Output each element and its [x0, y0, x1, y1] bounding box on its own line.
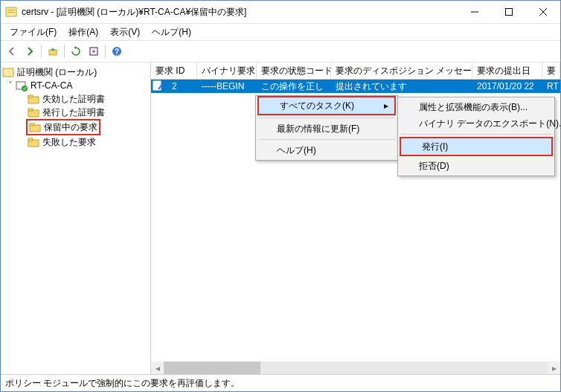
submenu-arrow-icon: ▸ [384, 100, 388, 111]
request-row[interactable]: 2 -----BEGIN この操作を正し 提出されています 2017/01/20… [151, 80, 560, 93]
tree-issued[interactable]: 発行した証明書 [2, 106, 149, 119]
tree-root[interactable]: 証明機関 (ローカル) [2, 65, 149, 79]
status-bar: ポリシー モジュールで強制的にこの要求を再評価します。 [1, 374, 560, 391]
export-button[interactable] [86, 43, 102, 60]
back-button[interactable] [4, 43, 20, 60]
col-bin[interactable]: バイナリ要求 [197, 62, 257, 79]
up-button[interactable] [45, 43, 61, 60]
tree-failed[interactable]: 失敗した要求 [2, 135, 149, 149]
col-status[interactable]: 要求の状態コード [257, 62, 331, 79]
tree-pending-label: 保留中の要求 [44, 121, 97, 134]
svg-rect-19 [30, 123, 34, 126]
menu-bar: ファイル(F) 操作(A) 表示(V) ヘルプ(H) [1, 23, 560, 40]
menu-file[interactable]: ファイル(F) [5, 25, 61, 40]
menu-action[interactable]: 操作(A) [64, 25, 103, 40]
svg-rect-2 [7, 12, 15, 13]
cell-disp: 提出されています [331, 80, 472, 93]
ctx-sep [401, 134, 551, 135]
context-submenu: 属性と拡張機能の表示(B)... バイナリ データのエクスポート(N)... 発… [397, 97, 555, 176]
tree-pane: 証明機関 (ローカル) ˅ RT-CA-CA 失効した証明書 発行した証明書 保… [1, 62, 151, 374]
ctx-refresh-label: 最新の情報に更新(F) [277, 123, 359, 135]
ctx-help[interactable]: ヘルプ(H) [256, 142, 397, 158]
tree-ca-label: RT-CA-CA [31, 80, 72, 91]
ctx-all-tasks-label: すべてのタスク(K) [280, 100, 354, 112]
ctx-issue[interactable]: 発行(I) [401, 138, 551, 155]
ctx-export-binary-label: バイナリ データのエクスポート(N)... [419, 118, 560, 130]
col-extra[interactable]: 要 [542, 62, 560, 79]
ctx-sep [259, 139, 394, 140]
tree-issued-label: 発行した証明書 [42, 106, 105, 119]
svg-rect-15 [28, 95, 33, 97]
tree-pending[interactable]: 保留中の要求 [26, 119, 100, 135]
scroll-left-icon[interactable]: ◂ [151, 363, 164, 373]
tree-failed-label: 失敗した要求 [42, 136, 96, 149]
maximize-button[interactable] [492, 1, 526, 23]
col-date[interactable]: 要求の提出日 [472, 62, 542, 79]
app-icon [5, 6, 17, 18]
ctx-deny[interactable]: 拒否(D) [398, 158, 554, 174]
row-icon [151, 80, 167, 93]
svg-rect-17 [28, 109, 33, 111]
minimize-button[interactable] [458, 1, 492, 23]
cell-date: 2017/01/20 22 [472, 81, 542, 91]
ctx-export-binary[interactable]: バイナリ データのエクスポート(N)... [398, 115, 554, 132]
refresh-button[interactable] [68, 43, 84, 60]
svg-text:?: ? [115, 48, 119, 56]
svg-rect-4 [506, 9, 513, 16]
menu-view[interactable]: 表示(V) [106, 25, 144, 40]
h-scrollbar[interactable]: ◂ ▸ [151, 362, 560, 374]
ctx-issue-label: 発行(I) [422, 141, 448, 153]
column-headers: 要求 ID バイナリ要求 要求の状態コード 要求のディスポジション メッセージ … [151, 62, 560, 80]
tree-revoked-label: 失効した証明書 [42, 93, 105, 106]
cell-id: 2 [167, 81, 197, 91]
svg-rect-7 [49, 50, 57, 55]
toolbar: ? [1, 40, 560, 62]
status-text: ポリシー モジュールで強制的にこの要求を再評価します。 [5, 377, 240, 390]
ctx-deny-label: 拒否(D) [419, 160, 449, 173]
svg-rect-1 [7, 10, 15, 10]
ctx-show-attrs-label: 属性と拡張機能の表示(B)... [419, 101, 528, 114]
svg-rect-11 [3, 68, 13, 77]
svg-point-13 [22, 86, 28, 91]
svg-rect-21 [28, 138, 33, 141]
window-title: certsrv - [証明機関 (ローカル)¥RT-CA-CA¥保留中の要求] [22, 6, 458, 19]
forward-button[interactable] [22, 43, 38, 60]
cell-extra: RT [542, 81, 560, 91]
context-menu: すべてのタスク(K) ▸ 最新の情報に更新(F) ヘルプ(H) [255, 95, 398, 161]
close-button[interactable] [526, 1, 560, 23]
list-pane: 要求 ID バイナリ要求 要求の状態コード 要求のディスポジション メッセージ … [151, 62, 560, 374]
help-button[interactable]: ? [109, 43, 125, 60]
col-disp[interactable]: 要求のディスポジション メッセージ [331, 62, 472, 79]
cell-status: この操作を正し [257, 80, 331, 93]
ctx-sep [259, 118, 394, 118]
ctx-refresh[interactable]: 最新の情報に更新(F) [256, 121, 397, 137]
tree-revoked[interactable]: 失効した証明書 [2, 92, 149, 106]
tree-root-label: 証明機関 (ローカル) [17, 66, 97, 79]
tree-ca[interactable]: ˅ RT-CA-CA [2, 79, 149, 92]
ctx-show-attrs[interactable]: 属性と拡張機能の表示(B)... [398, 99, 554, 115]
col-id[interactable]: 要求 ID [151, 62, 197, 79]
ctx-all-tasks[interactable]: すべてのタスク(K) ▸ [259, 97, 394, 114]
menu-help[interactable]: ヘルプ(H) [147, 25, 196, 40]
cell-bin: -----BEGIN [197, 81, 257, 91]
ctx-help-label: ヘルプ(H) [277, 144, 316, 157]
scroll-thumb[interactable] [164, 362, 260, 374]
scroll-right-icon[interactable]: ▸ [548, 363, 560, 373]
